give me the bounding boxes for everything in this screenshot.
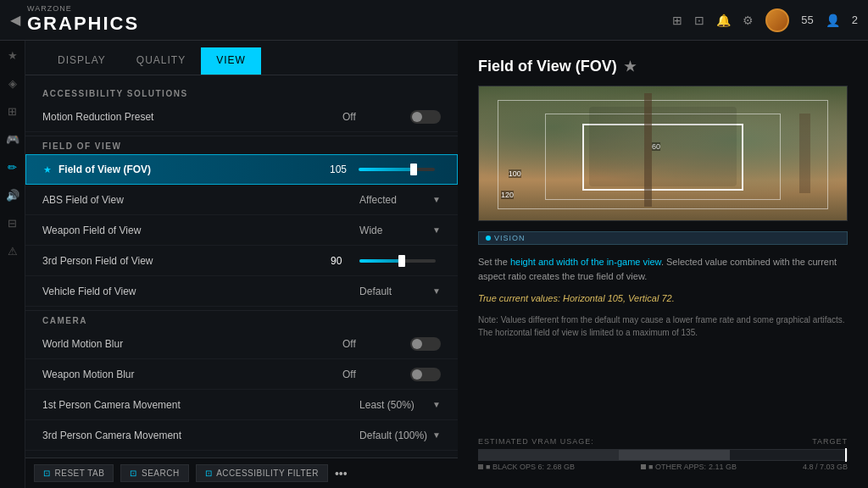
reset-tab-button[interactable]: ⊡ RESET TAB [34, 464, 114, 482]
player-level: 55 [801, 14, 813, 26]
bell-icon[interactable]: 🔔 [716, 14, 731, 27]
vision-tag: VISION [478, 231, 848, 245]
vram-header-right: TARGET [812, 437, 848, 446]
avatar[interactable] [765, 8, 789, 32]
topbar: ◀ WARZONE GRAPHICS ⊞ ⊡ 🔔 ⚙ 55 👤 2 [0, 0, 868, 41]
vram-target-line [845, 448, 847, 462]
vram-header-left: ESTIMATED VRAM USAGE: [478, 437, 594, 446]
gear-icon[interactable]: ⚙ [743, 14, 754, 27]
main-layout: ★ ◈ ⊞ 🎮 ✏ 🔊 ⊟ ⚠ DISPLAY QUALITY VIEW ACC… [0, 41, 868, 488]
setting-row-weapon-blur[interactable]: Weapon Motion Blur Off [25, 359, 458, 390]
setting-row-weapon-fov[interactable]: Weapon Field of View Wide ▼ [25, 215, 458, 246]
section-header-fov: FIELD OF VIEW [25, 136, 458, 154]
vision-dot [486, 236, 491, 241]
vram-other-label: ■ OTHER APPS: [648, 463, 706, 471]
star-fov-icon: ★ [43, 164, 52, 175]
sidebar-icon-warning[interactable]: ⚠ [8, 245, 18, 258]
setting-row-3p-camera[interactable]: 3rd Person Camera Movement Default (100%… [25, 420, 458, 451]
vram-dot-black-ops [478, 464, 483, 469]
reset-tab-icon: ⊡ [43, 469, 51, 478]
fov-label-120: 120 [501, 191, 514, 199]
accessibility-icon: ⊡ [205, 469, 213, 478]
vram-bar [478, 449, 848, 461]
setting-name-fov: Field of View (FOV) [58, 164, 330, 175]
accessibility-filter-label: ACCESSIBILITY FILTER [216, 469, 319, 478]
setting-name-weapon-fov: Weapon Field of View [42, 225, 359, 236]
setting-row-world-blur[interactable]: World Motion Blur Off [25, 329, 458, 359]
setting-row-1p-camera[interactable]: 1st Person Camera Movement Least (50%) ▼ [25, 390, 458, 420]
setting-value-abs-fov: Affected [359, 194, 427, 206]
fov-slider-fill [359, 168, 414, 171]
reset-tab-label: RESET TAB [55, 469, 105, 478]
toggle-knob-weapon [412, 369, 422, 380]
toggle-knob [412, 112, 422, 122]
setting-value-3p-camera: Default (100%) [359, 430, 427, 441]
sidebar-icon-diamond[interactable]: ◈ [8, 77, 17, 90]
toggle-motion-reduction[interactable] [410, 110, 441, 124]
screen-icon[interactable]: ⊡ [694, 14, 704, 27]
friends-icon[interactable]: 👤 [826, 14, 840, 27]
fov-slider-thumb [410, 164, 417, 175]
vision-tag-label: VISION [494, 234, 526, 242]
tab-quality[interactable]: QUALITY [121, 47, 201, 75]
vram-black-ops-value: 2.68 GB [547, 463, 575, 471]
fov-note: Note: Values different from the default … [478, 313, 848, 339]
sidebar-icon-gamepad[interactable]: 🎮 [6, 133, 19, 146]
vram-black-ops-label: ■ BLACK OPS 6: [486, 463, 544, 471]
3p-fov-slider-track[interactable] [359, 259, 436, 263]
setting-name-motion-reduction: Motion Reduction Preset [42, 111, 342, 123]
sidebar-icon-audio[interactable]: 🔊 [6, 189, 19, 202]
settings-content: ACCESSIBILITY SOLUTIONS Motion Reduction… [25, 75, 458, 458]
title-block: WARZONE GRAPHICS [27, 5, 139, 34]
vram-labels: ■ BLACK OPS 6: 2.68 GB ■ OTHER APPS: 2.1… [478, 463, 848, 471]
toggle-weapon-blur[interactable] [410, 368, 441, 381]
setting-row-3p-fov[interactable]: 3rd Person Field of View 90 [25, 246, 458, 276]
sidebar-icon-edit[interactable]: ✏ [8, 161, 17, 174]
setting-row-vehicle-fov[interactable]: Vehicle Field of View Default ▼ [25, 276, 458, 307]
fov-slider-value: 105 [330, 164, 353, 175]
vehicle-fov-dropdown-icon: ▼ [432, 286, 441, 296]
search-button[interactable]: ⊡ SEARCH [120, 464, 188, 482]
setting-name-vehicle-fov: Vehicle Field of View [42, 286, 359, 297]
accessibility-filter-button[interactable]: ⊡ ACCESSIBILITY FILTER [196, 464, 328, 482]
sidebar-icon-grid[interactable]: ⊞ [8, 105, 17, 118]
section-header-accessibility: ACCESSIBILITY SOLUTIONS [25, 84, 458, 102]
sidebar-icon-star[interactable]: ★ [8, 49, 18, 62]
setting-name-abs-fov: ABS Field of View [42, 194, 359, 206]
vram-label-other: ■ OTHER APPS: 2.11 GB [641, 463, 737, 471]
3p-fov-slider-fill [359, 259, 402, 263]
3p-fov-slider-container[interactable]: 90 [331, 255, 441, 267]
setting-row-abs-fov[interactable]: ABS Field of View Affected ▼ [25, 185, 458, 215]
fov-slider-track[interactable] [359, 168, 435, 171]
fov-title-text: Field of View (FOV) [478, 58, 617, 75]
fov-desc-highlight: height and width of the in-game view [510, 257, 661, 267]
grid-icon[interactable]: ⊞ [672, 14, 682, 27]
setting-value-weapon-blur: Off [342, 369, 410, 380]
setting-value-1p-camera: Least (50%) [359, 399, 427, 411]
topbar-left: ◀ WARZONE GRAPHICS [10, 5, 139, 34]
setting-row-fov-main[interactable]: ★ Field of View (FOV) 105 [25, 154, 458, 185]
sidebar-icon-list[interactable]: ⊟ [8, 217, 17, 230]
more-options-button[interactable]: ••• [335, 467, 348, 480]
tabs: DISPLAY QUALITY VIEW [25, 41, 458, 75]
topbar-right: ⊞ ⊡ 🔔 ⚙ 55 👤 2 [672, 8, 858, 32]
tab-view[interactable]: VIEW [201, 47, 261, 75]
fov-slider-container[interactable]: 105 [330, 164, 440, 175]
toggle-world-blur[interactable] [410, 337, 441, 351]
fov-true-values: True current values: Horizontal 105, Ver… [478, 293, 848, 303]
setting-row-motion-reduction[interactable]: Motion Reduction Preset Off [25, 102, 458, 132]
setting-value-world-blur: Off [342, 338, 410, 350]
right-panel: Field of View (FOV) ★ 60 100 120 [458, 41, 868, 488]
setting-name-weapon-blur: Weapon Motion Blur [42, 369, 342, 380]
vram-other-apps [619, 450, 729, 460]
tab-display[interactable]: DISPLAY [42, 47, 121, 75]
fov-label-100: 100 [509, 169, 521, 178]
back-button[interactable]: ◀ [10, 12, 20, 28]
friends-count: 2 [852, 14, 858, 26]
setting-name-1p-camera: 1st Person Camera Movement [42, 399, 359, 411]
vram-section: ESTIMATED VRAM USAGE: TARGET ■ BLACK OPS… [478, 437, 848, 471]
search-icon: ⊡ [130, 469, 137, 478]
fov-title-star[interactable]: ★ [624, 58, 636, 75]
setting-name-3p-fov: 3rd Person Field of View [42, 255, 331, 267]
vram-header: ESTIMATED VRAM USAGE: TARGET [478, 437, 848, 446]
